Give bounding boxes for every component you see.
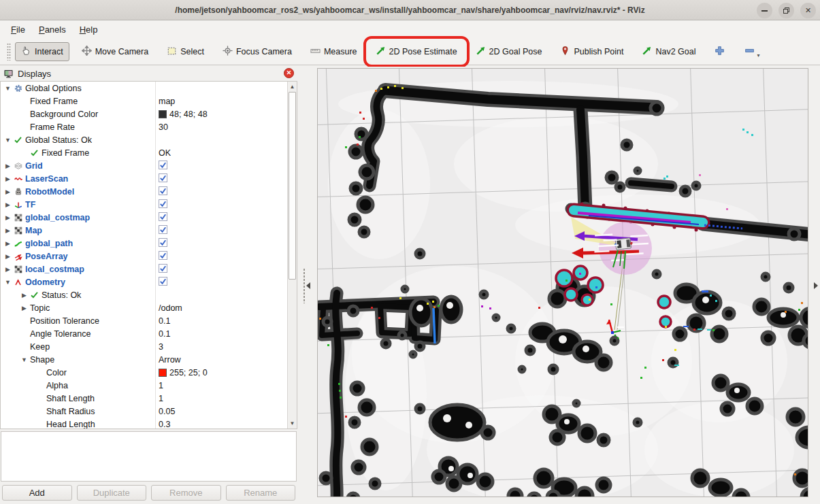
- tree-row-value[interactable]: 48; 48; 48: [169, 110, 208, 119]
- tree-row-global-costmap[interactable]: ▶global_costmap: [1, 211, 288, 224]
- expand-arrow-icon[interactable]: ▼: [3, 279, 12, 286]
- tree-row-grid[interactable]: ▶Grid: [1, 159, 288, 172]
- enabled-checkbox[interactable]: [159, 173, 167, 184]
- scroll-up-icon[interactable]: ▲: [288, 82, 297, 91]
- minimize-button[interactable]: [757, 3, 772, 18]
- menu-file[interactable]: File: [5, 23, 31, 36]
- enabled-checkbox[interactable]: [159, 212, 167, 223]
- tree-row-global-status-ok[interactable]: ▼Global Status: Ok: [1, 133, 288, 146]
- tree-row-value[interactable]: 3: [159, 342, 163, 352]
- enabled-checkbox[interactable]: [159, 186, 167, 197]
- add-tool-button[interactable]: [708, 41, 732, 62]
- tree-row-value[interactable]: 255; 25; 0: [169, 368, 208, 377]
- tree-row-value[interactable]: 0.3: [159, 420, 170, 429]
- tree-row-angle-tolerance[interactable]: Angle Tolerance0.1: [1, 327, 288, 340]
- tool-nav2-goal[interactable]: Nav2 Goal: [636, 42, 702, 61]
- chevron-down-icon[interactable]: ▾: [757, 52, 759, 58]
- enabled-checkbox[interactable]: [159, 225, 167, 236]
- collapse-arrow-icon[interactable]: ▶: [3, 201, 12, 208]
- tree-row-background-color[interactable]: Background Color48; 48; 48: [1, 107, 288, 120]
- left-splitter[interactable]: [303, 67, 311, 504]
- tool-2d-pose-estimate[interactable]: 2D Pose Estimate: [370, 42, 463, 61]
- tree-row-shaft-length[interactable]: Shaft Length1: [1, 392, 288, 405]
- expand-arrow-icon[interactable]: ▼: [3, 85, 12, 92]
- tree-row-value[interactable]: Arrow: [159, 355, 181, 365]
- tree-row-value[interactable]: 0.1: [159, 316, 170, 326]
- tree-row-value[interactable]: 1: [159, 394, 163, 403]
- tree-row-fixed-frame[interactable]: Fixed Framemap: [1, 95, 288, 107]
- tree-row-value[interactable]: OK: [159, 148, 171, 158]
- collapse-arrow-icon[interactable]: ▶: [3, 253, 12, 260]
- tree-row-value[interactable]: 0.05: [159, 407, 175, 416]
- collapse-right-icon[interactable]: [814, 282, 818, 289]
- tree-row-value[interactable]: 30: [159, 122, 168, 132]
- menu-panels[interactable]: Panels: [33, 23, 71, 36]
- displays-panel-header[interactable]: Displays ✕: [0, 67, 297, 81]
- enabled-checkbox[interactable]: [159, 251, 167, 262]
- collapse-arrow-icon[interactable]: ▶: [3, 227, 12, 234]
- collapse-arrow-icon[interactable]: ▶: [20, 292, 29, 299]
- collapse-arrow-icon[interactable]: ▶: [3, 175, 12, 182]
- tree-row-local-costmap[interactable]: ▶local_costmap: [1, 263, 288, 275]
- expand-arrow-icon[interactable]: ▼: [3, 137, 12, 144]
- remove-button[interactable]: Remove: [151, 485, 221, 501]
- tree-row-topic[interactable]: ▶Topic/odom: [1, 301, 288, 314]
- tree-row-laserscan[interactable]: ▶LaserScan: [1, 172, 288, 185]
- tool-publish-point[interactable]: Publish Point: [554, 42, 629, 61]
- enabled-checkbox[interactable]: [159, 277, 167, 288]
- toolbar-grip[interactable]: [7, 43, 11, 61]
- collapse-arrow-icon[interactable]: ▶: [3, 240, 12, 247]
- color-swatch[interactable]: [159, 369, 167, 377]
- collapse-arrow-icon[interactable]: ▶: [3, 214, 12, 221]
- tree-row-global-options[interactable]: ▼Global Options: [1, 82, 288, 95]
- tree-row-status-ok[interactable]: ▶Status: Ok: [1, 288, 288, 301]
- tool-focus-camera[interactable]: Focus Camera: [216, 42, 298, 61]
- scrollbar-thumb[interactable]: [289, 92, 296, 280]
- enabled-checkbox[interactable]: [159, 238, 167, 249]
- tool-measure[interactable]: Measure: [304, 42, 363, 61]
- tree-row-head-length[interactable]: Head Length0.3: [1, 418, 288, 429]
- tree-row-position-tolerance[interactable]: Position Tolerance0.1: [1, 314, 288, 327]
- collapse-arrow-icon[interactable]: ▶: [3, 188, 12, 195]
- menu-help[interactable]: Help: [74, 23, 103, 36]
- restore-button[interactable]: [778, 3, 794, 18]
- collapse-left-icon[interactable]: [306, 282, 310, 289]
- tool-select[interactable]: Select: [161, 42, 210, 61]
- tool-move-camera[interactable]: Move Camera: [76, 42, 155, 61]
- color-swatch[interactable]: [159, 110, 167, 118]
- tree-row-frame-rate[interactable]: Frame Rate30: [1, 120, 288, 133]
- enabled-checkbox[interactable]: [159, 199, 167, 210]
- expand-arrow-icon[interactable]: ▼: [20, 356, 29, 363]
- collapse-arrow-icon[interactable]: ▶: [3, 266, 12, 273]
- tree-row-value[interactable]: map: [159, 97, 175, 106]
- tree-row-color[interactable]: Color255; 25; 0: [1, 366, 288, 379]
- tree-row-shape[interactable]: ▼ShapeArrow: [1, 353, 288, 366]
- enabled-checkbox[interactable]: [159, 264, 167, 275]
- rename-button[interactable]: Rename: [226, 485, 296, 501]
- tree-row-global-path[interactable]: ▶global_path: [1, 237, 288, 250]
- scrollbar[interactable]: ▲ ▼: [287, 82, 297, 429]
- tool-interact[interactable]: Interact: [15, 42, 69, 61]
- tree-row-value[interactable]: 1: [159, 381, 163, 390]
- titlebar[interactable]: /home/jetson/yahboomcar_ros2_ws/yahboomc…: [0, 0, 820, 20]
- close-button[interactable]: ✕: [800, 3, 816, 18]
- tree-row-tf[interactable]: ▶TF: [1, 198, 288, 211]
- tree-row-fixed-frame[interactable]: Fixed FrameOK: [1, 146, 288, 159]
- tree-row-value[interactable]: /odom: [159, 303, 182, 313]
- enabled-checkbox[interactable]: [159, 161, 167, 171]
- tree-row-posearray[interactable]: ▶PoseArray: [1, 250, 288, 263]
- tree-row-robotmodel[interactable]: ▶RobotModel: [1, 185, 288, 198]
- tree-row-keep[interactable]: Keep3: [1, 340, 288, 353]
- tree-row-odometry[interactable]: ▼Odometry: [1, 275, 288, 288]
- tree-row-map[interactable]: ▶Map: [1, 224, 288, 237]
- panel-close-button[interactable]: ✕: [284, 68, 294, 78]
- collapse-arrow-icon[interactable]: ▶: [20, 305, 29, 312]
- tree-row-value[interactable]: 0.1: [159, 329, 170, 339]
- tree-row-shaft-radius[interactable]: Shaft Radius0.05: [1, 405, 288, 418]
- duplicate-button[interactable]: Duplicate: [77, 485, 147, 501]
- map-3d-viewport[interactable]: [317, 68, 808, 497]
- scroll-down-icon[interactable]: ▼: [288, 419, 297, 428]
- collapse-arrow-icon[interactable]: ▶: [3, 163, 12, 169]
- tool-2d-goal-pose[interactable]: 2D Goal Pose: [470, 42, 548, 61]
- remove-tool-button[interactable]: ▾: [738, 41, 766, 62]
